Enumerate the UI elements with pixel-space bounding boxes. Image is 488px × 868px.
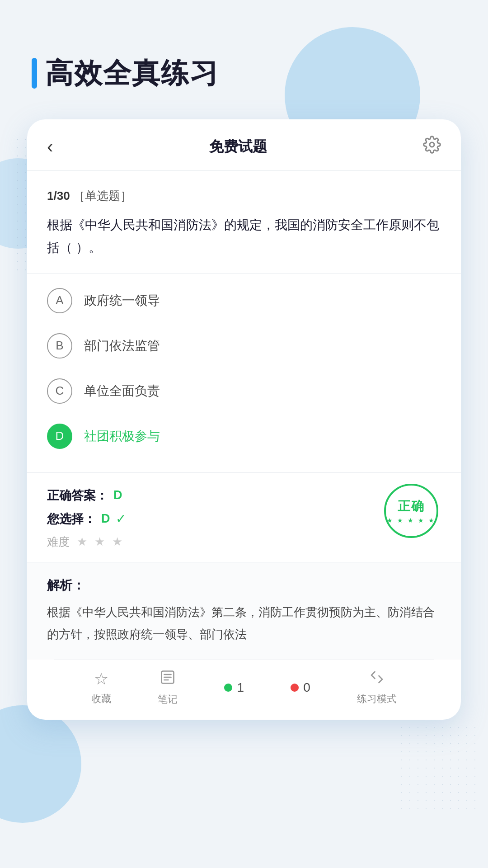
phone-card: ‹ 免费试题 1/30 ［单选题］ 根据《中华人民共和国消防法》的规定，我国的消… bbox=[27, 119, 461, 720]
notes-button[interactable]: 笔记 bbox=[158, 669, 178, 706]
card-topbar: ‹ 免费试题 bbox=[27, 119, 461, 171]
correct-dot bbox=[224, 684, 232, 692]
correct-answer-value: D bbox=[113, 488, 122, 502]
option-text-b: 部门依法监管 bbox=[84, 337, 160, 354]
practice-mode-button[interactable]: 练习模式 bbox=[357, 669, 397, 706]
option-circle-c: C bbox=[47, 378, 72, 404]
option-circle-b: B bbox=[47, 333, 72, 359]
option-item-d[interactable]: D 社团积极参与 bbox=[47, 414, 441, 459]
star-3: ★ bbox=[112, 535, 122, 549]
collect-label: 收藏 bbox=[91, 692, 111, 706]
option-text-d: 社团积极参与 bbox=[84, 428, 160, 445]
option-item-a[interactable]: A 政府统一领导 bbox=[47, 278, 441, 323]
correct-stamp: 正确 ★ ★ ★ ★ ★ bbox=[384, 484, 438, 538]
question-meta: 1/30 ［单选题］ bbox=[47, 188, 441, 204]
wrong-dot bbox=[291, 684, 299, 692]
header-accent-bar bbox=[32, 58, 37, 89]
settings-icon[interactable] bbox=[423, 136, 441, 158]
star-1: ★ bbox=[77, 535, 87, 549]
collect-icon: ☆ bbox=[94, 670, 108, 689]
difficulty-label: 难度 bbox=[47, 534, 70, 549]
analysis-text: 根据《中华人民共和国消防法》第二条，消防工作贯彻预防为主、防消结合的方针，按照政… bbox=[47, 601, 441, 646]
bottom-nav: ☆ 收藏 笔记 1 0 bbox=[54, 660, 434, 720]
selected-answer-row: 您选择： D ✓ bbox=[47, 511, 441, 527]
correct-count-value: 1 bbox=[237, 680, 244, 695]
back-button[interactable]: ‹ bbox=[47, 137, 53, 157]
star-2: ★ bbox=[94, 535, 105, 549]
practice-mode-label: 练习模式 bbox=[357, 692, 397, 706]
wrong-count-value: 0 bbox=[303, 680, 310, 695]
svg-point-0 bbox=[430, 142, 434, 147]
question-area: 1/30 ［单选题］ 根据《中华人民共和国消防法》的规定，我国的消防安全工作原则… bbox=[27, 171, 461, 274]
topbar-title: 免费试题 bbox=[209, 137, 267, 157]
question-text: 根据《中华人民共和国消防法》的规定，我国的消防安全工作原则不包括（ ）。 bbox=[47, 214, 441, 259]
question-type: ［单选题］ bbox=[73, 189, 132, 203]
notes-label: 笔记 bbox=[158, 693, 178, 706]
analysis-title: 解析： bbox=[47, 577, 441, 594]
selected-answer-label: 您选择： bbox=[47, 511, 96, 527]
page-title: 高效全真练习 bbox=[45, 54, 219, 92]
options-area: A 政府统一领导 B 部门依法监管 C 单位全面负责 D 社团积极参与 bbox=[27, 274, 461, 473]
practice-mode-icon bbox=[369, 669, 385, 689]
page-header: 高效全真练习 bbox=[0, 0, 488, 110]
correct-answer-row: 正确答案： D bbox=[47, 487, 441, 504]
option-circle-a: A bbox=[47, 288, 72, 313]
option-item-b[interactable]: B 部门依法监管 bbox=[47, 323, 441, 368]
selected-answer-value: D bbox=[101, 512, 110, 526]
collect-button[interactable]: ☆ 收藏 bbox=[91, 670, 111, 706]
answer-area: 正确答案： D 您选择： D ✓ 难度 ★ ★ ★ 正确 ★ ★ ★ ★ ★ bbox=[27, 473, 461, 562]
option-circle-d: D bbox=[47, 424, 72, 449]
notes-icon bbox=[160, 669, 176, 689]
stamp-stars: ★ ★ ★ ★ ★ bbox=[387, 517, 436, 524]
wrong-count: 0 bbox=[291, 680, 310, 695]
correct-count: 1 bbox=[224, 680, 244, 695]
correct-answer-label: 正确答案： bbox=[47, 487, 108, 504]
checkmark-icon: ✓ bbox=[116, 511, 126, 526]
option-item-c[interactable]: C 单位全面负责 bbox=[47, 368, 441, 414]
difficulty-row: 难度 ★ ★ ★ bbox=[47, 534, 441, 549]
bg-circle-bottom bbox=[0, 705, 81, 823]
question-number: 1/30 bbox=[47, 189, 70, 203]
bg-dots-bottom bbox=[398, 723, 479, 814]
option-text-c: 单位全面负责 bbox=[84, 382, 160, 400]
stamp-text: 正确 bbox=[398, 498, 425, 515]
analysis-area: 解析： 根据《中华人民共和国消防法》第二条，消防工作贯彻预防为主、防消结合的方针… bbox=[27, 562, 461, 660]
option-text-a: 政府统一领导 bbox=[84, 292, 160, 309]
